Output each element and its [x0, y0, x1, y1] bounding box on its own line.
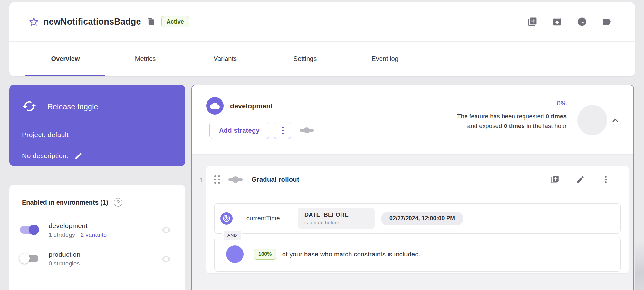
production-visibility-eye-icon[interactable]	[160, 254, 172, 264]
environment-row-production: production 0 strategies	[20, 251, 175, 267]
edit-strategy-pencil-icon[interactable]	[575, 175, 585, 185]
strategy-card-gradual-rollout: Gradual rollout currentTime DATE_BEFORE	[206, 166, 629, 273]
archive-icon[interactable]	[552, 16, 562, 27]
constraint-field-name: currentTime	[246, 215, 280, 222]
tab-event-log[interactable]: Event log	[345, 41, 425, 76]
metrics-line1-count: 0 times	[546, 113, 567, 120]
copy-strategy-icon[interactable]	[550, 175, 560, 185]
segment-icon	[300, 127, 314, 133]
tab-variants[interactable]: Variants	[185, 41, 265, 76]
development-visibility-eye-icon[interactable]	[160, 225, 172, 235]
environment-cloud-icon	[206, 97, 224, 115]
strategy-title: Gradual rollout	[252, 176, 299, 183]
strategy-more-options-icon[interactable]	[601, 175, 611, 185]
add-strategy-button[interactable]: Add strategy	[209, 122, 269, 139]
environment-row-development: development 1 strategy - 2 variants	[20, 222, 175, 238]
feature-header-card: newNotificationsBadge Active Overview Me…	[9, 2, 635, 76]
history-clock-icon[interactable]	[577, 16, 587, 27]
drag-handle-icon[interactable]	[214, 175, 220, 184]
accordion-header[interactable]: development Add strategy 0% The feature …	[192, 85, 633, 154]
tab-bar: Overview Metrics Variants Settings Event…	[25, 41, 425, 76]
constraint-operator: DATE_BEFORE is a date before	[298, 208, 375, 229]
rollout-row: 100% of your base who match constraints …	[214, 237, 621, 272]
operator-description: is a date before	[304, 220, 368, 225]
edit-description-icon[interactable]	[74, 152, 83, 160]
feature-type-label: Release toggle	[47, 103, 98, 111]
tag-icon[interactable]	[601, 16, 612, 27]
environment-accordion-development: development Add strategy 0% The feature …	[191, 85, 634, 290]
environment-detail: 0 strategies	[49, 260, 80, 267]
kebab-icon	[282, 127, 284, 134]
release-toggle-sync-icon	[22, 99, 37, 115]
environment-name: production	[49, 251, 81, 258]
help-icon[interactable]: ?	[114, 198, 122, 207]
environment-detail: 1 strategy -	[49, 232, 81, 238]
description-text: No description.	[22, 152, 69, 160]
constraint-value: 02/27/2024, 12:00:00 PM	[381, 212, 463, 225]
metrics-line2-post: in the last hour	[525, 123, 567, 129]
chevron-up-icon[interactable]	[608, 115, 622, 126]
header-actions	[527, 14, 612, 29]
constraint-row: currentTime DATE_BEFORE is a date before…	[214, 203, 621, 234]
strategy-header: Gradual rollout	[206, 166, 629, 193]
production-toggle[interactable]	[20, 255, 38, 262]
project-label: Project: default	[22, 131, 69, 139]
tab-settings[interactable]: Settings	[265, 41, 345, 76]
rollout-percent-badge: 100%	[254, 249, 276, 260]
enabled-environments-panel: Enabled in environments (1) ? developmen…	[9, 185, 185, 290]
copy-feature-icon[interactable]	[527, 16, 537, 27]
metrics-line1: The feature has been requested	[457, 113, 546, 120]
metrics-summary: 0% The feature has been requested 0 time…	[405, 99, 567, 131]
variants-link[interactable]: 2 variants	[81, 232, 107, 238]
strategy-index: 1	[198, 176, 206, 184]
operator-name: DATE_BEFORE	[304, 212, 368, 218]
metrics-line2-count: 0 times	[504, 123, 525, 129]
and-connector-badge: AND	[222, 230, 242, 241]
development-toggle[interactable]	[20, 226, 38, 234]
metrics-line2: and exposed	[467, 123, 504, 129]
rollout-description: of your base who match constraints is in…	[282, 251, 421, 258]
accordion-environment-name: development	[230, 102, 273, 110]
tab-overview[interactable]: Overview	[25, 41, 105, 76]
environments-panel-title: Enabled in environments (1)	[22, 199, 108, 206]
rollout-strategy-icon	[228, 176, 243, 183]
constraint-target-icon	[220, 212, 233, 225]
favorite-star-icon[interactable]	[28, 16, 39, 27]
tab-metrics[interactable]: Metrics	[105, 41, 185, 76]
metrics-donut-placeholder	[577, 105, 607, 135]
background-texture	[635, 242, 644, 290]
environment-more-options-button[interactable]	[274, 122, 291, 139]
rollout-pie-icon	[226, 245, 244, 263]
status-badge: Active	[161, 16, 189, 27]
metrics-percent: 0%	[405, 99, 567, 107]
page-title: newNotificationsBadge	[43, 17, 141, 27]
copy-name-icon[interactable]	[147, 17, 156, 26]
panel-divider	[9, 282, 185, 282]
environment-name: development	[49, 222, 107, 230]
feature-type-card: Release toggle Project: default No descr…	[9, 85, 185, 166]
